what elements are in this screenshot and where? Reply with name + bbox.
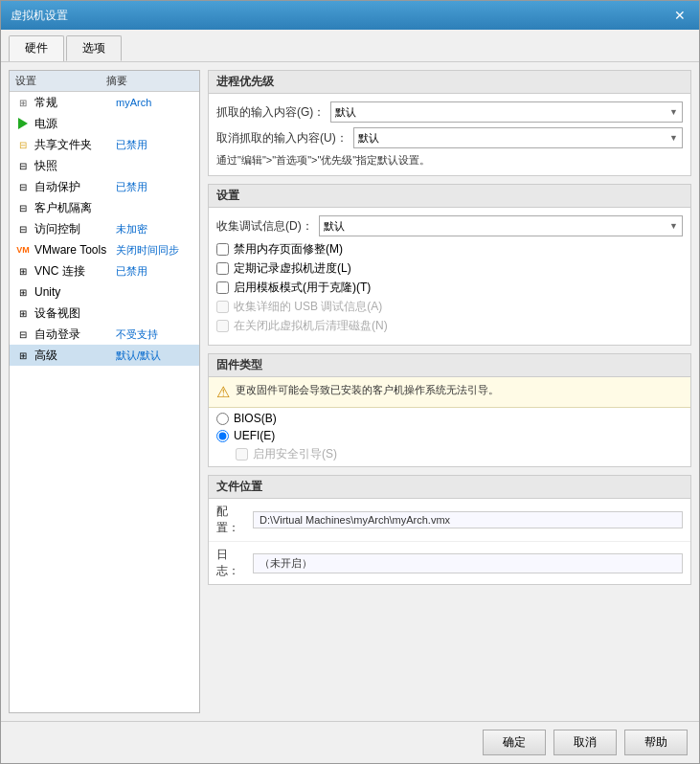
grab-input-arrow: ▼ [669,107,678,117]
log-value: （未开启） [253,553,683,573]
power-icon [15,116,31,131]
sidebar-item-vmware-tools[interactable]: VM VMware Tools 关闭时间同步 [10,239,199,260]
general-summary: myArch [116,97,193,108]
vnc-label: VNC 连接 [34,263,116,280]
main-window: 虚拟机设置 ✕ 硬件 选项 设置 摘要 ⊞ 常规 myArch 电源 [0,0,700,764]
firmware-warning: ⚠ 更改固件可能会导致已安装的客户机操作系统无法引导。 [209,377,690,408]
right-panel: 进程优先级 抓取的输入内容(G)： 默认 ▼ 取消抓取的输入内容(U)： 默认 [208,70,691,713]
config-value: D:\Virtual Machines\myArch\myArch.vmx [253,511,683,528]
snapshot-label: 快照 [34,158,116,174]
sidebar-item-auto-login[interactable]: ⊟ 自动登录 不受支持 [10,324,199,345]
priority-title: 进程优先级 [209,71,690,94]
grab-input-value: 默认 [335,105,356,120]
unity-icon: ⊞ [15,284,31,300]
vmware-tools-label: VMware Tools [34,243,116,257]
settings-section: 设置 收集调试信息(D)： 默认 ▼ 禁用内存页面修整(M) [208,184,691,346]
col-settings: 设置 [15,74,106,88]
tab-hardware[interactable]: 硬件 [9,35,64,61]
sidebar-item-power[interactable]: 电源 [10,113,199,134]
sidebar-item-auto-protect[interactable]: ⊟ 自动保护 已禁用 [10,176,199,197]
firmware-title: 固件类型 [209,354,690,377]
unity-label: Unity [34,285,116,299]
sidebar-item-vnc[interactable]: ⊞ VNC 连接 已禁用 [10,260,199,281]
sidebar-item-device-view[interactable]: ⊞ 设备视图 [10,303,199,324]
bios-radio[interactable] [216,413,229,425]
secure-boot-row: 启用安全引导(S) [236,446,690,462]
secure-boot-checkbox [236,448,248,461]
shared-folder-icon: ⊟ [15,137,31,152]
snapshot-icon: ⊟ [15,158,31,173]
checkbox-template-mode[interactable]: 启用模板模式(用于克隆)(T) [216,280,683,296]
shared-folder-label: 共享文件夹 [34,137,116,153]
file-location-title: 文件位置 [209,476,690,499]
access-control-summary: 未加密 [116,222,193,236]
access-control-label: 访问控制 [34,221,116,237]
vnc-icon: ⊞ [15,263,31,279]
panel-header: 设置 摘要 [10,71,199,92]
priority-body: 抓取的输入内容(G)： 默认 ▼ 取消抓取的输入内容(U)： 默认 ▼ 通 [209,94,690,175]
config-file-row: 配置： D:\Virtual Machines\myArch\myArch.vm… [209,499,690,542]
uefi-radio-row[interactable]: UEFI(E) [216,429,683,442]
access-control-icon: ⊟ [15,221,31,236]
auto-protect-summary: 已禁用 [116,180,193,194]
memory-trim-label: 禁用内存页面修整(M) [234,241,343,258]
checkbox-clean-disk: 在关闭此虚拟机后清理磁盘(N) [216,318,683,334]
grab-input-select[interactable]: 默认 ▼ [330,101,683,123]
warning-icon: ⚠ [216,383,230,401]
device-view-label: 设备视图 [34,305,116,322]
shared-folder-summary: 已禁用 [116,138,193,152]
sidebar-item-shared-folder[interactable]: ⊟ 共享文件夹 已禁用 [10,134,199,155]
memory-trim-checkbox[interactable] [216,243,229,256]
checkbox-periodic-snapshot[interactable]: 定期记录虚拟机进度(L) [216,260,683,277]
checkbox-collect-usb: 收集详细的 USB 调试信息(A) [216,299,683,315]
clean-disk-label: 在关闭此虚拟机后清理磁盘(N) [234,318,388,334]
log-file-row: 日志： （未开启） [209,542,690,584]
uefi-label: UEFI(E) [234,429,275,442]
advanced-label: 高级 [34,348,116,364]
sidebar-item-access-control[interactable]: ⊟ 访问控制 未加密 [10,218,199,239]
priority-note: 通过"编辑">"首选项">"优先级"指定默认设置。 [216,153,683,168]
bios-radio-row[interactable]: BIOS(B) [216,412,683,425]
settings-body: 收集调试信息(D)： 默认 ▼ 禁用内存页面修整(M) 定期记录虚拟机进度(L) [209,208,690,345]
ungrab-input-select[interactable]: 默认 ▼ [353,127,683,148]
general-label: 常规 [34,95,116,111]
sidebar-item-guest-isolation[interactable]: ⊟ 客户机隔离 [10,197,199,218]
uefi-radio[interactable] [216,430,229,442]
auto-protect-label: 自动保护 [34,179,116,195]
cancel-button[interactable]: 取消 [553,730,617,755]
sidebar-item-advanced[interactable]: ⊞ 高级 默认/默认 [10,345,199,366]
clean-disk-checkbox [216,320,229,332]
bios-label: BIOS(B) [234,412,277,425]
periodic-snapshot-checkbox[interactable] [216,262,229,275]
log-label: 日志： [216,547,245,579]
general-icon: ⊞ [15,95,31,110]
collect-usb-checkbox [216,301,229,313]
tab-options[interactable]: 选项 [66,35,122,61]
file-location-section: 文件位置 配置： D:\Virtual Machines\myArch\myAr… [208,475,691,585]
checkbox-memory-trim[interactable]: 禁用内存页面修整(M) [216,241,683,258]
power-label: 电源 [34,116,116,132]
config-label: 配置： [216,504,245,536]
periodic-snapshot-label: 定期记录虚拟机进度(L) [234,260,351,277]
template-mode-label: 启用模板模式(用于克隆)(T) [234,280,371,296]
auto-protect-icon: ⊟ [15,179,31,194]
collect-debug-select[interactable]: 默认 ▼ [319,215,683,236]
sidebar-item-snapshot[interactable]: ⊟ 快照 [10,155,199,176]
close-button[interactable]: ✕ [670,6,689,25]
sidebar-item-unity[interactable]: ⊞ Unity [10,281,199,303]
window-title: 虚拟机设置 [11,8,68,24]
title-bar: 虚拟机设置 ✕ [1,1,699,30]
auto-login-label: 自动登录 [34,326,116,343]
guest-isolation-label: 客户机隔离 [34,200,116,216]
device-view-icon: ⊞ [15,305,31,321]
collect-usb-label: 收集详细的 USB 调试信息(A) [234,299,382,315]
guest-isolation-icon: ⊟ [15,200,31,215]
tabs-bar: 硬件 选项 [1,30,699,62]
help-button[interactable]: 帮助 [624,730,688,755]
collect-debug-arrow: ▼ [669,221,678,231]
ungrab-input-arrow: ▼ [669,133,678,143]
sidebar-item-general[interactable]: ⊞ 常规 myArch [10,92,199,113]
ok-button[interactable]: 确定 [483,730,546,755]
template-mode-checkbox[interactable] [216,281,229,294]
left-panel: 设置 摘要 ⊞ 常规 myArch 电源 ⊟ 共享文件夹 已禁用 ⊟ 快照 [9,70,200,713]
